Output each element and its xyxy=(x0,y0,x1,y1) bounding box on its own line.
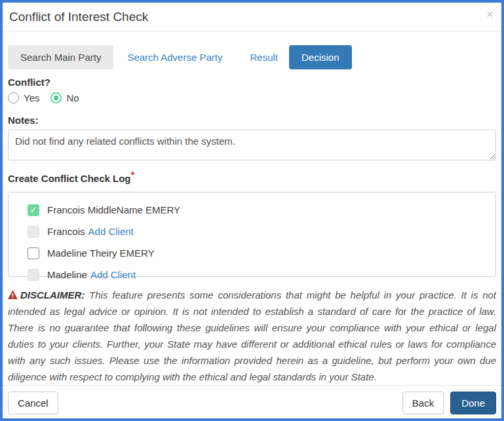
radio-no[interactable]: No xyxy=(50,92,79,103)
tab-search-main-party[interactable]: Search Main Party xyxy=(8,45,113,69)
add-client-link[interactable]: Add Client xyxy=(88,226,134,237)
radio-yes-circle xyxy=(8,92,19,103)
done-button[interactable]: Done xyxy=(450,392,496,414)
notes-label: Notes: xyxy=(8,115,496,126)
disclaimer-text: This feature presents some consideration… xyxy=(8,289,496,382)
tab-bar: Search Main Party Search Adverse Party R… xyxy=(8,45,496,69)
radio-no-circle xyxy=(50,92,62,103)
warning-triangle-icon xyxy=(8,290,18,299)
add-client-link[interactable]: Add Client xyxy=(90,269,136,280)
checkbox-disabled-icon xyxy=(28,269,39,281)
conflict-log-label-text: Create Conflict Check Log xyxy=(8,173,131,184)
footer-right-group: Back Done xyxy=(402,392,496,414)
radio-yes[interactable]: Yes xyxy=(8,92,39,103)
disclaimer-paragraph: DISCLAIMER: This feature presents some c… xyxy=(8,287,496,385)
modal-footer: Cancel Back Done xyxy=(3,385,501,420)
modal-body: Search Main Party Search Adverse Party R… xyxy=(3,31,501,385)
radio-no-label: No xyxy=(66,92,79,103)
list-item-francois[interactable]: Francois Add Client xyxy=(28,221,489,242)
checkbox-disabled-icon xyxy=(28,226,39,238)
back-button[interactable]: Back xyxy=(402,392,444,414)
conflict-log-label: Create Conflict Check Log* xyxy=(8,173,496,184)
disclaimer-label: DISCLAIMER: xyxy=(20,289,85,301)
modal-header: Conflict of Interest Check × xyxy=(3,3,501,31)
modal-title: Conflict of Interest Check xyxy=(9,10,494,24)
required-asterisk: * xyxy=(131,169,135,180)
notes-textarea[interactable]: Did not find any related conflicts withi… xyxy=(8,130,496,160)
checkbox-checked-icon[interactable] xyxy=(28,204,39,216)
tab-result[interactable]: Result xyxy=(241,45,287,69)
conflict-log-list: Francois MiddleName EMERY Francois Add C… xyxy=(8,192,496,277)
list-item-label: Madeline Theiry EMERY xyxy=(47,247,155,259)
radio-yes-label: Yes xyxy=(24,92,39,103)
list-item-label: Francois MiddleName EMERY xyxy=(47,204,180,215)
tab-decision[interactable]: Decision xyxy=(289,45,352,69)
list-item-label: Madeline xyxy=(47,269,87,280)
list-item-madeline-theiry-emery[interactable]: Madeline Theiry EMERY xyxy=(28,242,489,264)
conflict-check-modal: Conflict of Interest Check × Search Main… xyxy=(0,0,504,421)
conflict-question-label: Conflict? xyxy=(8,77,496,88)
checkbox-unchecked-icon[interactable] xyxy=(28,247,39,259)
tab-search-adverse-party[interactable]: Search Adverse Party xyxy=(118,45,231,69)
conflict-radio-group: Yes No xyxy=(8,92,496,103)
list-item-madeline[interactable]: Madeline Add Client xyxy=(28,264,489,285)
list-item-label: Francois xyxy=(47,226,85,237)
cancel-button[interactable]: Cancel xyxy=(8,392,58,414)
close-icon[interactable]: × xyxy=(486,8,494,20)
list-item-francois-middlename-emery[interactable]: Francois MiddleName EMERY xyxy=(28,199,489,221)
